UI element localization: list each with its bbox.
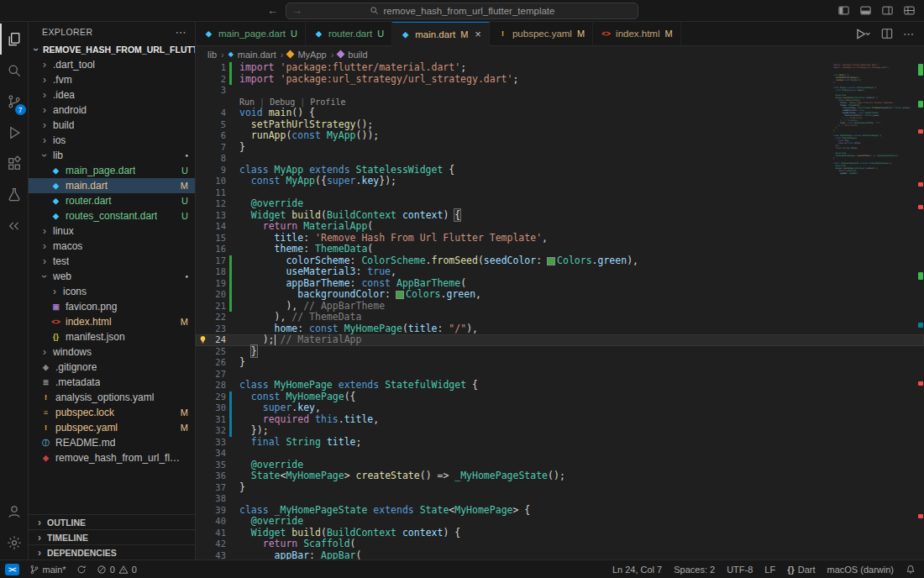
references-view-button[interactable] [0,210,29,241]
code-line-43[interactable]: 43 appBar: AppBar( [196,550,924,560]
lightbulb[interactable] [198,335,207,344]
tree-folder-windows[interactable]: ›windows [29,344,195,360]
tree-folder-dart-tool[interactable]: ›.dart_tool [29,57,195,72]
code-line-1[interactable]: 1import 'package:flutter/material.dart'; [196,62,924,74]
code-line-15[interactable]: 15 title: 'Remove Hash From Url Flutter … [196,233,924,244]
code-line-4[interactable]: 4void main() { [196,108,924,119]
code-line-12[interactable]: 12 @override [196,198,924,210]
code-line-23[interactable]: 23 home: const MyHomePage(title: "/"), [196,323,924,335]
more-actions-button[interactable]: ⋯ [903,28,914,40]
back-button[interactable]: ← [267,4,278,17]
tab-router-dart[interactable]: ◆router.dartU [306,22,392,45]
tree-folder-web[interactable]: ›web● [29,269,195,284]
tree-file-routes-constant-dart[interactable]: ◆routes_constant.dartU [29,208,195,223]
tree-folder-fvm[interactable]: ›.fvm [29,72,195,87]
explorer-view-button[interactable] [0,24,29,55]
toggle-secondary-sidebar-icon[interactable] [881,4,894,17]
problems-item[interactable]: 0 0 [97,565,137,575]
remote-indicator[interactable]: >< [5,564,19,575]
notifications-bell-button[interactable] [906,565,916,575]
codelens-debug[interactable]: Debug [270,97,295,107]
tree-folder-linux[interactable]: ›linux [29,223,195,239]
tree-folder-ios[interactable]: ›ios [29,133,195,148]
tree-folder-build[interactable]: ›build [29,118,195,133]
codelens-run[interactable]: Run [239,97,255,107]
breadcrumb-myapp[interactable]: MyApp [297,50,326,60]
tree-file-gitignore[interactable]: ◈.gitignore [29,360,195,375]
tree-file-manifest-json[interactable]: {}manifest.json [29,329,195,344]
section-outline[interactable]: › OUTLINE [29,514,195,529]
code-line-11[interactable]: 11 [196,187,924,199]
code-line-2[interactable]: 2import 'package:url_strategy/url_strate… [196,74,924,86]
tree-file-readme-md[interactable]: ⓘREADME.md [29,435,195,450]
search-view-button[interactable] [0,55,29,86]
code-line-30[interactable]: 30 super.key, [196,402,924,414]
code-line-28[interactable]: 28class MyHomePage extends StatefulWidge… [196,380,924,391]
code-line-9[interactable]: 9class MyApp extends StatelessWidget { [196,165,924,176]
minimap[interactable]: import 'package:flutter/material.dart';i… [833,64,914,175]
code-line-24[interactable]: 24 ); // MaterialApp [196,334,924,346]
run-menu-button[interactable] [855,28,871,40]
code-line-13[interactable]: 13 Widget build(BuildContext context) { [196,210,924,222]
tree-file-index-html[interactable]: <>index.htmlM [29,314,195,329]
tree-folder-android[interactable]: ›android [29,102,195,118]
code-line-40[interactable]: 40 @override [196,516,924,528]
tree-file-analysis-options-yaml[interactable]: !analysis_options.yaml [29,390,195,405]
code-line-37[interactable]: 37} [196,482,924,494]
os-item[interactable]: macOS (darwin) [827,565,894,575]
code-line-33[interactable]: 33 final String title; [196,437,924,449]
eol-item[interactable]: LF [764,565,775,575]
views-more-actions-button[interactable]: ⋯ [176,26,186,39]
code-line-7[interactable]: 7} [196,142,924,154]
extensions-view-button[interactable] [0,148,29,179]
code-line-38[interactable]: 38 [196,493,924,505]
tree-root-folder[interactable]: › REMOVE_HASH_FROM_URL_FLUTTER_... [29,42,195,57]
git-branch-item[interactable]: main* [29,565,66,575]
code-line-41[interactable]: 41 Widget build(BuildContext context) { [196,528,924,539]
code-line-25[interactable]: 25 } [196,346,924,358]
tree-file-pubspec-lock[interactable]: ≡pubspec.lockM [29,405,195,420]
tree-folder-macos[interactable]: ›macos [29,239,195,254]
tree-folder-lib[interactable]: ›lib● [29,148,195,163]
sync-changes-button[interactable] [76,565,87,575]
tree-folder-test[interactable]: ›test [29,254,195,269]
lightbulb-icon[interactable] [198,335,207,344]
code-editor[interactable]: 1import 'package:flutter/material.dart';… [196,62,924,560]
tab-index-html[interactable]: <>index.htmlM [593,22,681,45]
code-line-27[interactable]: 27 [196,369,924,381]
tree-file-pubspec-yaml[interactable]: !pubspec.yamlM [29,420,195,435]
tree-file-metadata[interactable]: ≣.metadata [29,375,195,390]
code-line-3[interactable]: 3 [196,85,924,97]
section-dependencies[interactable]: › DEPENDENCIES [29,544,195,560]
tree-folder-idea[interactable]: ›.idea [29,87,195,102]
split-editor-button[interactable] [881,28,893,39]
code-line-18[interactable]: 18 useMaterial3: true, [196,266,924,278]
codelens-row[interactable]: Run | Debug | Profile [196,97,924,108]
code-line-36[interactable]: 36 State<MyHomePage> createState() => _M… [196,470,924,482]
breadcrumb-build[interactable]: build [348,50,367,60]
source-control-view-button[interactable]: 7 [0,86,29,117]
tab-main-dart[interactable]: ◆main.dartM× [392,22,490,46]
toggle-primary-sidebar-icon[interactable] [837,4,850,17]
overview-ruler[interactable] [916,62,924,560]
code-line-17[interactable]: 17 colorScheme: ColorScheme.fromSeed(see… [196,255,924,267]
code-line-6[interactable]: 6 runApp(const MyApp()); [196,130,924,142]
tree-file-main-page-dart[interactable]: ◆main_page.dartU [29,163,195,178]
code-line-32[interactable]: 32 }); [196,425,924,437]
accounts-button[interactable] [0,496,29,527]
forward-button[interactable]: → [291,4,302,17]
settings-button[interactable] [0,527,29,558]
cursor-position-item[interactable]: Ln 24, Col 7 [612,565,662,575]
tree-file-main-dart[interactable]: ◆main.dartM [29,178,195,193]
close-tab-icon[interactable]: × [475,28,481,40]
codelens-profile[interactable]: Profile [310,97,345,107]
code-line-42[interactable]: 42 return Scaffold( [196,539,924,550]
tab-main-page-dart[interactable]: ◆main_page.dartU [196,22,306,45]
code-line-14[interactable]: 14 return MaterialApp( [196,221,924,233]
code-line-39[interactable]: 39class _MyHomePageState extends State<M… [196,505,924,517]
code-line-29[interactable]: 29 const MyHomePage({ [196,391,924,403]
code-line-34[interactable]: 34 [196,448,924,460]
code-line-20[interactable]: 20 backgroundColor: Colors.green, [196,289,924,301]
run-debug-view-button[interactable] [0,117,29,148]
tree-file-router-dart[interactable]: ◆router.dartU [29,193,195,208]
